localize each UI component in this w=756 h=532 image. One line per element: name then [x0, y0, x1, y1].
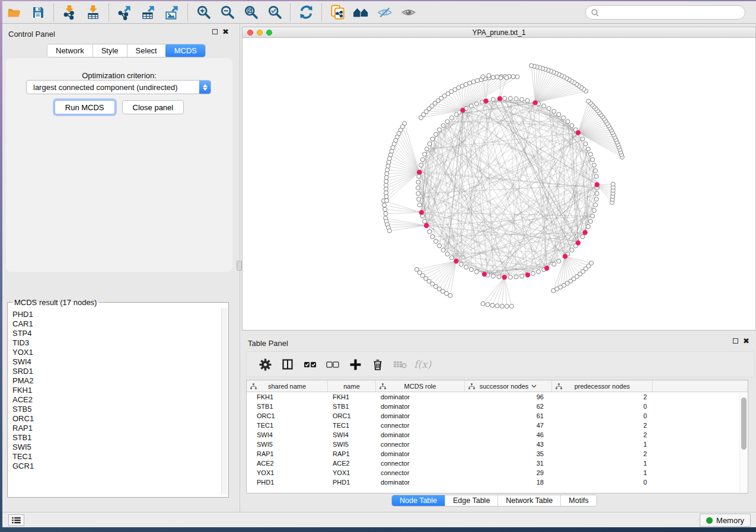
panel-splitter-handle[interactable]	[237, 261, 242, 271]
float-panel-button[interactable]	[212, 29, 218, 34]
zoom-fit-button[interactable]	[239, 3, 263, 22]
task-history-button[interactable]	[8, 514, 24, 526]
network-window-titlebar[interactable]: YPA_prune.txt_1	[243, 27, 755, 38]
table-row[interactable]: ACE2 ACE2 connector 31 1	[247, 459, 748, 468]
open-session-button[interactable]	[2, 3, 26, 22]
table-row[interactable]: TEC1 TEC1 connector 47 2	[247, 421, 748, 430]
table-scrollbar[interactable]	[739, 393, 747, 492]
tab-motifs[interactable]: Motifs	[561, 495, 596, 506]
first-neighbors-button[interactable]	[349, 3, 373, 22]
table-row[interactable]: STB1 STB1 dominator 62 0	[247, 402, 748, 411]
import-network-button[interactable]	[58, 3, 81, 22]
cell-shared-name: YOX1	[247, 469, 328, 476]
table-row[interactable]: SWI5 SWI5 connector 43 1	[247, 440, 748, 449]
table-options-button[interactable]	[254, 354, 276, 374]
run-mcds-button[interactable]: Run MCDS	[55, 100, 115, 114]
cell-predecessor-nodes: 1	[552, 469, 653, 476]
new-network-from-selection-button[interactable]	[326, 3, 349, 22]
export-network-icon	[117, 5, 132, 20]
tab-node-table[interactable]: Node Table	[392, 495, 445, 506]
column-header-shared-name[interactable]: shared name	[247, 380, 328, 392]
mcds-result-item[interactable]: STB1	[12, 433, 221, 443]
cell-name: ORC1	[328, 412, 376, 419]
mcds-result-item[interactable]: PHD1	[12, 310, 221, 319]
deselect-all-columns-button[interactable]	[321, 354, 344, 374]
import-table-button[interactable]	[81, 3, 105, 22]
zoom-in-button[interactable]	[192, 3, 215, 22]
table-row[interactable]: FKH1 FKH1 dominator 96 2	[247, 392, 748, 402]
tab-network[interactable]: Network	[47, 44, 93, 57]
show-column-button[interactable]	[276, 354, 299, 374]
sort-chevron-icon	[531, 384, 537, 388]
close-table-panel-button[interactable]: ✖	[743, 338, 749, 344]
app-window: Control Panel ✖ Network Style Select MCD…	[2, 1, 756, 527]
mcds-result-item[interactable]: STB5	[12, 405, 221, 414]
cell-predecessor-nodes: 1	[552, 441, 653, 448]
network-canvas[interactable]	[243, 39, 755, 331]
zoom-selected-icon	[267, 4, 283, 20]
table-row[interactable]: PHD1 PHD1 dominator 18 0	[247, 477, 748, 487]
apply-layout-button[interactable]	[294, 3, 318, 22]
table-row[interactable]: SWI4 SWI4 dominator 46 2	[247, 430, 748, 440]
zoom-out-icon	[219, 4, 235, 20]
mcds-result-list[interactable]: PHD1CAR1STP4TID3YOX1SWI4SRD1PMA2FKH1ACE2…	[8, 308, 221, 494]
column-header-mcds-role[interactable]: MCDS role	[376, 380, 465, 392]
mcds-result-item[interactable]: GCR1	[12, 462, 221, 471]
mcds-result-item[interactable]: FKH1	[12, 386, 221, 395]
mcds-result-item[interactable]: YOX1	[12, 348, 221, 357]
mcds-list-scrollbar[interactable]	[221, 308, 228, 494]
cell-mcds-role: connector	[376, 469, 465, 476]
column-header-successor-nodes[interactable]: successor nodes	[465, 380, 552, 392]
zoom-selected-button[interactable]	[263, 3, 286, 22]
combo-stepper-icon	[199, 81, 210, 94]
mcds-result-item[interactable]: ACE2	[12, 395, 221, 405]
memory-status-icon	[706, 517, 713, 524]
select-all-columns-button[interactable]	[299, 354, 321, 374]
cell-name: PHD1	[328, 479, 376, 486]
cell-name: SWI5	[328, 441, 376, 448]
create-column-button[interactable]	[344, 354, 366, 374]
tab-network-table[interactable]: Network Table	[498, 495, 561, 506]
cell-mcds-role: dominator	[376, 431, 465, 438]
mcds-result-item[interactable]: ORC1	[12, 414, 221, 424]
search-input[interactable]	[599, 8, 745, 17]
mcds-result-item[interactable]: STP4	[12, 329, 221, 338]
close-panel-button[interactable]: ✖	[222, 29, 229, 34]
mcds-result-item[interactable]: CAR1	[12, 319, 221, 329]
hide-selected-button[interactable]	[373, 3, 397, 22]
mcds-result-item[interactable]: SWI4	[12, 357, 221, 367]
table-row[interactable]: ORC1 ORC1 dominator 61 0	[247, 411, 748, 421]
delete-column-button[interactable]	[366, 354, 389, 374]
cell-name: ACE2	[328, 460, 376, 467]
mcds-result-item[interactable]: SWI5	[12, 443, 221, 452]
column-header-name[interactable]: name	[328, 380, 376, 392]
table-scrollbar-thumb[interactable]	[741, 398, 747, 450]
optimization-criterion-select[interactable]: largest connected component (undirected)	[26, 80, 211, 94]
column-header-predecessor-nodes[interactable]: predecessor nodes	[552, 380, 653, 392]
show-all-button[interactable]	[397, 3, 420, 22]
zoom-out-button[interactable]	[215, 3, 239, 22]
tab-mcds[interactable]: MCDS	[165, 44, 206, 57]
search-box[interactable]	[585, 5, 745, 20]
mcds-result-item[interactable]: PMA2	[12, 376, 221, 386]
export-image-button[interactable]	[160, 3, 184, 22]
tab-select[interactable]: Select	[127, 44, 166, 57]
cell-mcds-role: dominator	[376, 450, 465, 457]
memory-button[interactable]: Memory	[700, 514, 751, 527]
tab-edge-table[interactable]: Edge Table	[445, 495, 498, 506]
export-network-button[interactable]	[113, 3, 136, 22]
mcds-result-item[interactable]: TID3	[12, 338, 221, 348]
control-panel-title: Control Panel	[8, 30, 55, 39]
tab-style[interactable]: Style	[93, 44, 127, 57]
mcds-result-item[interactable]: TEC1	[12, 452, 221, 462]
float-table-panel-button[interactable]	[733, 338, 738, 344]
cell-name: RAP1	[328, 450, 376, 457]
table-row[interactable]: YOX1 YOX1 connector 29 1	[247, 468, 748, 477]
save-session-button[interactable]	[26, 3, 50, 22]
mcds-result-item[interactable]: SRD1	[12, 367, 221, 376]
close-panel-button-mcds[interactable]: Close panel	[122, 100, 184, 114]
mcds-result-item[interactable]: RAP1	[12, 424, 221, 433]
table-row[interactable]: RAP1 RAP1 dominator 35 2	[247, 449, 748, 459]
export-table-button[interactable]	[136, 3, 160, 22]
cell-predecessor-nodes: 0	[552, 403, 653, 410]
